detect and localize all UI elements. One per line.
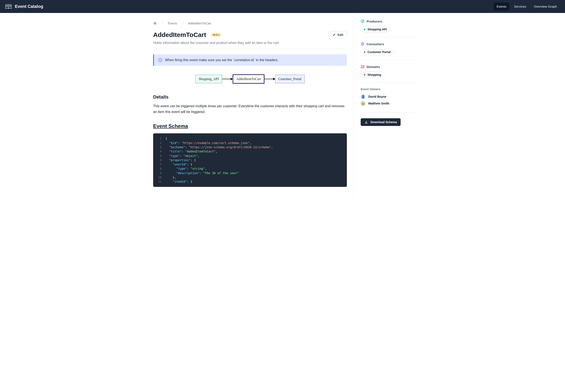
svg-point-7 [160, 59, 160, 59]
consumer-label: Customer Portal [367, 50, 391, 54]
owners-section: Event Owners 👤 David Boyne 👷 Matthew Smi… [361, 87, 417, 113]
consumers-title: Consumers [367, 42, 384, 46]
info-admonition: When firing this event make sure you set… [153, 54, 347, 66]
producer-pill[interactable]: Shopping API [361, 26, 390, 32]
admonition-text: When firing this event make sure you set… [165, 58, 279, 62]
avatar: 👤 [361, 94, 365, 99]
status-dot-icon [364, 29, 365, 30]
cube-icon [361, 19, 365, 23]
consumers-section: Consumers Customer Portal [361, 42, 417, 60]
code-line: 10 }, [153, 175, 347, 180]
cube-icon [361, 42, 365, 46]
schema-heading: Event Schema [153, 123, 347, 129]
divider [153, 49, 347, 49]
edit-button[interactable]: Edit [329, 31, 347, 38]
book-icon [5, 4, 12, 9]
flow-diagram: Shopping_API AddedItemToCart Customer_Po… [153, 74, 347, 84]
status-dot-icon [364, 74, 365, 76]
diagram-consumer: Customer_Portal [275, 75, 304, 83]
breadcrumb-separator: / [162, 22, 163, 25]
breadcrumb: / Events / AddedItemToCart [153, 21, 347, 25]
domains-section: Domains Shopping [361, 65, 417, 83]
main-nav: Events Services Overview Graph [494, 2, 560, 10]
code-line: 1{ [153, 136, 347, 140]
owner-name: Matthew Smith [368, 102, 389, 105]
details-text: This event can be triggered multiple tim… [153, 103, 347, 115]
status-dot-icon [364, 51, 365, 53]
code-line: 2 "$id": "https://example.com/cart.schem… [153, 141, 347, 145]
code-line: 7 "userId": { [153, 162, 347, 167]
owner-item[interactable]: 👤 David Boyne [361, 94, 417, 99]
owner-name: David Boyne [368, 95, 386, 98]
domain-pill[interactable]: Shopping [361, 71, 384, 78]
info-icon [158, 58, 162, 62]
producers-section: Producers Shopping API [361, 19, 417, 37]
owners-title: Event Owners [361, 87, 417, 91]
arrow-icon [265, 79, 275, 79]
details-heading: Details [153, 94, 347, 100]
nav-overview-graph[interactable]: Overview Graph [531, 2, 560, 10]
logo[interactable]: Event Catalog [5, 4, 43, 9]
nav-events[interactable]: Events [494, 2, 509, 10]
arrow-icon [222, 79, 233, 79]
schema-code-block: 1{2 "$id": "https://example.com/cart.sch… [153, 133, 347, 187]
pencil-icon [333, 33, 336, 36]
logo-text: Event Catalog [15, 4, 43, 9]
download-label: Download Schema [370, 120, 397, 124]
breadcrumb-separator: / [182, 22, 183, 25]
producers-title: Producers [367, 20, 382, 23]
map-icon [361, 65, 365, 69]
nav-services[interactable]: Services [511, 2, 529, 10]
code-line: 9 "description": "The ID of the user" [153, 171, 347, 175]
page-title: AddedItemToCart [153, 31, 206, 38]
producer-label: Shopping API [367, 28, 387, 31]
owner-item[interactable]: 👷 Matthew Smith [361, 101, 417, 106]
download-schema-button[interactable]: Download Schema [361, 118, 401, 126]
domains-title: Domains [367, 65, 380, 69]
app-header: Event Catalog Events Services Overview G… [0, 0, 565, 13]
avatar: 👷 [361, 101, 365, 106]
code-line: 4 "title": "AddedItemToCart", [153, 149, 347, 154]
version-badge: v0.0.1 [210, 33, 222, 37]
breadcrumb-current: AddedItemToCart [188, 22, 211, 25]
code-line: 6 "properties": { [153, 158, 347, 162]
main-content: / Events / AddedItemToCart AddedItemToCa… [141, 13, 354, 195]
consumer-pill[interactable]: Customer Portal [361, 49, 394, 55]
diagram-event: AddedItemToCart [233, 74, 265, 84]
code-line: 3 "$schema": "https://json-schema.org/dr… [153, 145, 347, 149]
edit-label: Edit [338, 33, 343, 37]
diagram-producer: Shopping_API [195, 75, 222, 83]
sidebar: Producers Shopping API Consumers Custome… [354, 13, 424, 195]
download-icon [365, 120, 368, 124]
page-description: Holds information about the cusomer and … [153, 41, 347, 45]
breadcrumb-events[interactable]: Events [168, 22, 177, 25]
svg-rect-8 [160, 60, 160, 61]
domain-label: Shopping [367, 73, 381, 76]
home-icon[interactable] [153, 21, 157, 25]
code-line: 11 "itemId": { [153, 180, 347, 184]
code-line: 8 "type": "string", [153, 167, 347, 171]
code-line: 5 "type": "object", [153, 154, 347, 158]
